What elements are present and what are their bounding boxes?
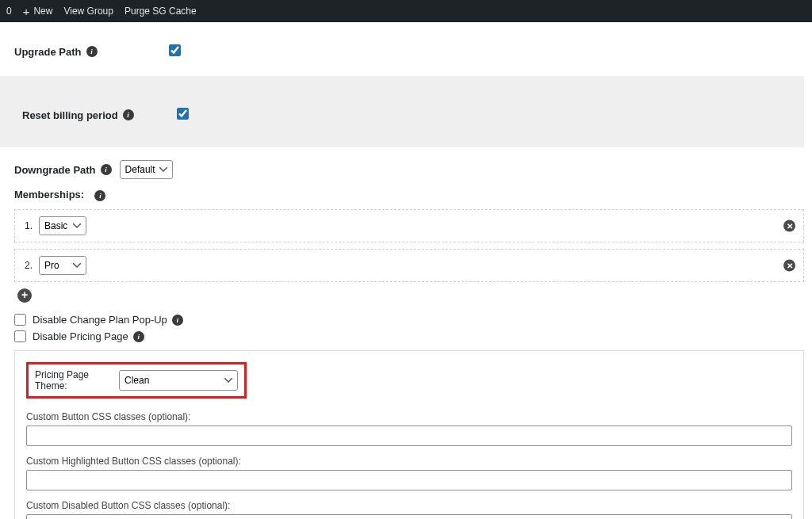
pricing-theme-label: Pricing Page Theme: xyxy=(35,369,114,391)
downgrade-path-select[interactable]: Default xyxy=(120,160,173,179)
plus-icon: + xyxy=(23,6,30,17)
admin-bar-purge-label: Purge SG Cache xyxy=(124,6,197,17)
info-icon[interactable]: i xyxy=(123,109,134,120)
membership-select-2[interactable]: Pro xyxy=(39,256,86,275)
disable-popup-label: Disable Change Plan Pop-Up xyxy=(33,314,167,326)
reset-billing-checkbox[interactable] xyxy=(177,108,189,120)
css-disabled-block: Custom Disabled Button CSS classes (opti… xyxy=(26,500,792,519)
css-highlighted-block: Custom Highlighted Button CSS classes (o… xyxy=(26,456,792,490)
info-icon[interactable]: i xyxy=(172,315,183,326)
disable-pricing-label: Disable Pricing Page xyxy=(33,330,128,342)
disable-popup-checkbox[interactable] xyxy=(14,314,26,326)
info-icon[interactable]: i xyxy=(86,46,98,57)
page-content: Upgrade Path i Reset billing period i Do… xyxy=(0,22,812,519)
info-icon[interactable]: i xyxy=(133,331,144,342)
add-membership-button[interactable]: + xyxy=(17,288,32,303)
downgrade-path-label: Downgrade Path xyxy=(14,164,96,176)
remove-membership-button[interactable]: ✕ xyxy=(783,260,795,272)
disable-pricing-row: Disable Pricing Page i xyxy=(14,330,812,342)
info-icon[interactable]: i xyxy=(101,164,112,175)
admin-bar-new-label: New xyxy=(33,6,52,17)
remove-membership-button[interactable]: ✕ xyxy=(783,220,795,232)
css-button-input[interactable] xyxy=(26,426,792,446)
css-disabled-label: Custom Disabled Button CSS classes (opti… xyxy=(26,500,792,511)
pricing-theme-select[interactable]: Clean xyxy=(119,370,238,391)
downgrade-path-row: Downgrade Path i Default xyxy=(14,160,812,179)
admin-bar-view-group-label: View Group xyxy=(63,6,113,17)
info-icon[interactable]: i xyxy=(94,190,105,201)
memberships-label: Memberships: xyxy=(14,189,84,200)
membership-row: 2. Pro ✕ xyxy=(14,249,804,282)
upgrade-path-label: Upgrade Path xyxy=(14,46,82,58)
upgrade-path-row: Upgrade Path i xyxy=(14,30,812,67)
disable-pricing-checkbox[interactable] xyxy=(14,330,26,342)
membership-row: 1. Basic ✕ xyxy=(14,209,804,242)
admin-bar-comments[interactable]: 0 xyxy=(6,6,12,17)
memberships-heading: Memberships: i xyxy=(14,189,812,201)
admin-bar-purge[interactable]: Purge SG Cache xyxy=(124,6,197,17)
css-highlighted-input[interactable] xyxy=(26,470,792,490)
css-disabled-input[interactable] xyxy=(26,514,792,519)
reset-billing-block: Reset billing period i xyxy=(0,76,804,147)
membership-select-1[interactable]: Basic xyxy=(39,216,86,235)
upgrade-path-checkbox[interactable] xyxy=(169,44,181,56)
admin-bar-view-group[interactable]: View Group xyxy=(63,6,113,17)
comments-count: 0 xyxy=(6,6,12,17)
disable-popup-row: Disable Change Plan Pop-Up i xyxy=(14,314,812,326)
css-section: Pricing Page Theme: Clean Custom Button … xyxy=(14,350,804,519)
membership-index: 2. xyxy=(25,260,33,271)
css-button-label: Custom Button CSS classes (optional): xyxy=(26,411,792,422)
admin-bar: 0 + New View Group Purge SG Cache xyxy=(0,0,812,22)
pricing-theme-highlight: Pricing Page Theme: Clean xyxy=(26,362,247,399)
css-highlighted-label: Custom Highlighted Button CSS classes (o… xyxy=(26,456,792,467)
membership-index: 1. xyxy=(25,220,33,231)
reset-billing-label: Reset billing period xyxy=(22,109,118,121)
admin-bar-new[interactable]: + New xyxy=(23,6,53,17)
css-button-block: Custom Button CSS classes (optional): xyxy=(26,411,792,446)
